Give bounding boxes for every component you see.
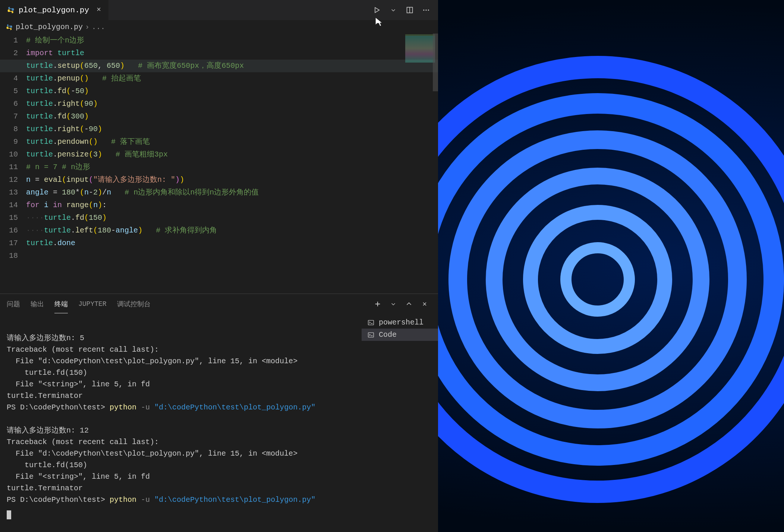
- terminal-line: 请输入多边形边数n: 12: [7, 425, 355, 436]
- breadcrumb-more: ...: [92, 23, 105, 31]
- more-actions-button[interactable]: [419, 3, 433, 17]
- terminal-shell-icon: [367, 331, 375, 339]
- svg-rect-6: [368, 332, 374, 337]
- code-content[interactable]: # 绘制一个n边形import turtleturtle.setup(650, …: [26, 34, 438, 294]
- code-editor[interactable]: 123456789101112131415161718 # 绘制一个n边形imp…: [0, 34, 438, 294]
- code-line[interactable]: turtle.setup(650, 650) # 画布宽度650px，高度650…: [26, 60, 438, 72]
- terminal-item-label: powershell: [379, 318, 424, 327]
- svg-point-4: [428, 9, 429, 10]
- terminal-profile-dropdown[interactable]: [387, 297, 400, 311]
- editor-toolbar: [370, 0, 438, 20]
- line-number-gutter: 123456789101112131415161718: [0, 34, 26, 294]
- python-file-icon: [6, 23, 13, 31]
- panel-tab-终端[interactable]: 终端: [54, 295, 68, 313]
- terminal-cursor: [7, 510, 11, 519]
- code-line[interactable]: turtle.right(-90): [26, 123, 438, 136]
- panel-tab-输出[interactable]: 输出: [31, 295, 44, 313]
- code-line[interactable]: turtle.penup() # 抬起画笔: [26, 72, 438, 85]
- code-line[interactable]: ····turtle.left(180-angle) # 求补角得到内角: [26, 224, 438, 237]
- terminal-output[interactable]: 请输入多边形边数n: 5Traceback (most recent call …: [0, 314, 362, 532]
- editor-tab-bar: plot_polygon.py: [0, 0, 438, 20]
- line-number: 5: [0, 85, 18, 98]
- line-number: 16: [0, 224, 18, 237]
- code-line[interactable]: [26, 250, 438, 262]
- python-file-icon: [7, 6, 15, 14]
- line-number: 9: [0, 136, 18, 148]
- code-line[interactable]: ····turtle.fd(150): [26, 212, 438, 224]
- terminal-line: 请输入多边形边数n: 5: [7, 332, 355, 344]
- terminal-line: turtle.fd(150): [7, 459, 355, 471]
- terminal-line: Traceback (most recent call last):: [7, 344, 355, 355]
- panel-tab-bar: 问题输出终端JUPYTER调试控制台: [0, 294, 438, 314]
- terminal-item-Code[interactable]: Code: [362, 329, 438, 341]
- split-editor-button[interactable]: [403, 3, 416, 17]
- new-terminal-button[interactable]: [371, 297, 384, 311]
- file-tab[interactable]: plot_polygon.py: [0, 0, 109, 20]
- panel-tab-JUPYTER[interactable]: JUPYTER: [78, 296, 107, 312]
- code-line[interactable]: # n = 7 # n边形: [26, 161, 438, 174]
- line-number: 6: [0, 98, 18, 110]
- terminal-line: [7, 413, 355, 425]
- maximize-panel-button[interactable]: [402, 297, 416, 311]
- code-line[interactable]: turtle.pensize(3) # 画笔粗细3px: [26, 148, 438, 161]
- minimap[interactable]: [405, 34, 435, 63]
- tab-filename: plot_polygon.py: [19, 6, 89, 15]
- line-number: 7: [0, 110, 18, 123]
- line-number: 8: [0, 123, 18, 136]
- svg-point-3: [425, 9, 426, 10]
- terminal-line: turtle.fd(150): [7, 367, 355, 379]
- code-line[interactable]: turtle.fd(-50): [26, 85, 438, 98]
- code-line[interactable]: import turtle: [26, 47, 438, 60]
- line-number: 18: [0, 250, 18, 262]
- terminal-shell-icon: [367, 319, 375, 327]
- code-line[interactable]: turtle.fd(300): [26, 110, 438, 123]
- terminal-item-label: Code: [379, 330, 397, 339]
- panel-tab-问题[interactable]: 问题: [7, 295, 20, 313]
- run-dropdown-button[interactable]: [387, 3, 400, 17]
- code-line[interactable]: # 绘制一个n边形: [26, 34, 438, 47]
- code-line[interactable]: angle = 180*(n-2)/n # n边形内角和除以n得到n边形外角的值: [26, 186, 438, 199]
- run-button[interactable]: [370, 3, 384, 17]
- svg-point-2: [423, 9, 424, 10]
- breadcrumb-separator: ›: [85, 23, 89, 31]
- panel-body: 请输入多边形边数n: 5Traceback (most recent call …: [0, 314, 438, 532]
- line-number: 11: [0, 161, 18, 174]
- terminal-line: [7, 321, 355, 332]
- terminal-line: turtle.Terminator: [7, 390, 355, 402]
- close-tab-icon[interactable]: [96, 6, 102, 14]
- line-number: 13: [0, 186, 18, 199]
- panel-tab-调试控制台[interactable]: 调试控制台: [117, 295, 151, 313]
- terminal-cursor-line[interactable]: [7, 509, 355, 521]
- vscode-window: plot_polygon.py plot_polygon.py ›: [0, 0, 438, 532]
- terminal-item-powershell[interactable]: powershell: [362, 316, 438, 329]
- editor-scrollbar[interactable]: [433, 34, 438, 91]
- terminal-line: File "<string>", line 5, in fd: [7, 379, 355, 390]
- line-number: 14: [0, 199, 18, 212]
- line-number: 4: [0, 72, 18, 85]
- code-line[interactable]: turtle.pendown() # 落下画笔: [26, 136, 438, 148]
- breadcrumb-file: plot_polygon.py: [16, 23, 83, 31]
- panel-actions: [371, 297, 431, 311]
- line-number: 10: [0, 148, 18, 161]
- terminal-line: Traceback (most recent call last):: [7, 436, 355, 448]
- terminal-line: File "d:\codePython\test\plot_polygon.py…: [7, 448, 355, 459]
- code-line[interactable]: for i in range(n):: [26, 199, 438, 212]
- close-panel-button[interactable]: [418, 297, 431, 311]
- terminal-line: File "<string>", line 5, in fd: [7, 471, 355, 482]
- line-number: 12: [0, 174, 18, 186]
- line-number: 15: [0, 212, 18, 224]
- code-line[interactable]: turtle.right(90): [26, 98, 438, 110]
- terminal-line: PS D:\codePython\test> python -u "d:\cod…: [7, 494, 355, 506]
- breadcrumb-bar[interactable]: plot_polygon.py › ...: [0, 20, 438, 34]
- terminal-line: turtle.Terminator: [7, 482, 355, 494]
- svg-rect-5: [368, 320, 374, 324]
- code-line[interactable]: n = eval(input("请输入多边形边数n: ")): [26, 174, 438, 186]
- terminal-line: File "d:\codePython\test\plot_polygon.py…: [7, 355, 355, 367]
- terminal-line: PS D:\codePython\test> python -u "d:\cod…: [7, 402, 355, 413]
- terminal-list: powershellCode: [362, 314, 438, 532]
- code-line[interactable]: turtle.done: [26, 237, 438, 250]
- line-number: 17: [0, 237, 18, 250]
- bottom-panel: 问题输出终端JUPYTER调试控制台 请输入多边形边数n: 5Traceback…: [0, 294, 438, 532]
- line-number: 1: [0, 34, 18, 47]
- line-number: 2: [0, 47, 18, 60]
